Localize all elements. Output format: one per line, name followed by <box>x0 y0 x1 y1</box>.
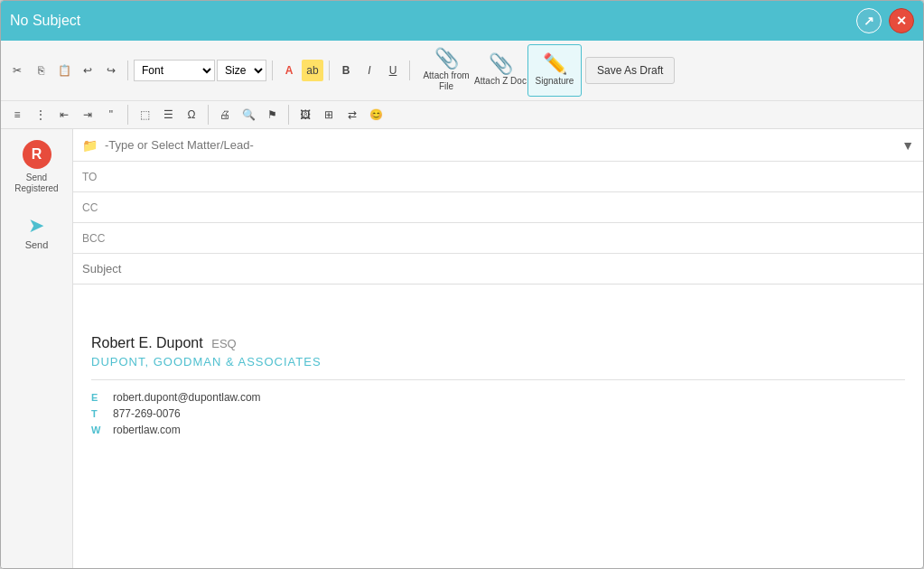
bold-button[interactable]: B <box>335 60 357 81</box>
send-registered-icon: R <box>23 140 51 169</box>
signature-block: Robert E. Dupont ESQ DUPONT, GOODMAN & A… <box>91 335 905 436</box>
save-draft-button[interactable]: Save As Draft <box>585 57 675 84</box>
unordered-list-button[interactable]: ≡ <box>6 104 28 126</box>
attach-file-icon: 📎 <box>434 49 459 69</box>
attach-doc-icon: 📎 <box>489 54 513 74</box>
ordered-list-button[interactable]: ⋮ <box>30 104 51 126</box>
window-title: No Subject <box>10 13 80 29</box>
window-controls: ↗ ✕ <box>856 8 914 33</box>
copy-button[interactable]: ⎘ <box>30 60 51 81</box>
matter-row: 📁 ▼ <box>73 129 923 162</box>
sig-email-value: robert.dupont@dupontlaw.com <box>113 391 261 404</box>
align-center-button[interactable]: ☰ <box>157 104 179 126</box>
sig-suffix: ESQ <box>211 337 236 350</box>
decrease-indent-button[interactable]: ⇤ <box>53 104 75 126</box>
sig-web-value: robertlaw.com <box>113 424 181 436</box>
sig-name: Robert E. Dupont <box>91 335 203 350</box>
cc-label: CC <box>82 201 114 214</box>
separator7 <box>288 105 289 125</box>
to-row: TO <box>73 162 923 192</box>
image-button[interactable]: 🖼 <box>294 104 316 126</box>
attach-file-label: Attach from File <box>420 70 472 92</box>
sig-phone-row: T 877-269-0076 <box>91 407 905 420</box>
sig-web-row: W robertlaw.com <box>91 424 905 436</box>
email-body[interactable]: Robert E. Dupont ESQ DUPONT, GOODMAN & A… <box>73 284 923 568</box>
sig-divider <box>91 379 905 380</box>
signature-button[interactable]: ✏️ Signature <box>527 44 582 97</box>
compose-body: R Send Registered ➤ Send 📁 ▼ TO <box>1 129 923 568</box>
print-button[interactable]: 🖨 <box>214 104 236 126</box>
underline-button[interactable]: U <box>382 60 404 81</box>
font-color-button[interactable]: A <box>278 60 300 81</box>
matter-dropdown-arrow[interactable]: ▼ <box>901 138 914 153</box>
sig-company: DUPONT, GOODMAN & ASSOCIATES <box>91 355 905 368</box>
align-left-button[interactable]: ⬚ <box>134 104 155 126</box>
size-select[interactable]: Size 8 10 12 14 16 <box>217 60 266 81</box>
search-button[interactable]: 🔍 <box>238 104 259 126</box>
attach-doc-label: Attach Z Doc <box>474 76 527 87</box>
separator4 <box>409 61 410 80</box>
separator3 <box>329 61 330 80</box>
send-label: Send <box>25 239 49 250</box>
undo-button[interactable]: ↩ <box>77 60 98 81</box>
subject-row <box>73 254 923 284</box>
text-dir-button[interactable]: ⇄ <box>341 104 363 126</box>
separator2 <box>272 61 273 80</box>
sig-phone-value: 877-269-0076 <box>113 407 181 420</box>
paste-button[interactable]: 📋 <box>53 60 75 81</box>
fields-area: 📁 ▼ TO CC BCC <box>73 129 923 568</box>
table-button[interactable]: ⊞ <box>318 104 340 126</box>
font-select[interactable]: Font Arial Times New Roman <box>134 60 215 81</box>
separator5 <box>127 105 128 125</box>
blockquote-button[interactable]: " <box>100 104 122 126</box>
cc-row: CC <box>73 192 923 223</box>
special-char-button[interactable]: Ω <box>181 104 202 126</box>
sig-email-label: E <box>91 392 106 403</box>
separator6 <box>208 105 209 125</box>
save-draft-label: Save As Draft <box>597 64 663 77</box>
italic-button[interactable]: I <box>359 60 380 81</box>
send-button[interactable]: ➤ Send <box>20 209 54 256</box>
matter-icon: 📁 <box>82 138 98 153</box>
sig-name-line: Robert E. Dupont ESQ <box>91 335 905 351</box>
flag-button[interactable]: ⚑ <box>261 104 283 126</box>
subject-input[interactable] <box>82 262 914 275</box>
highlight-button[interactable]: ab <box>302 60 323 81</box>
bcc-row: BCC <box>73 223 923 254</box>
redo-button[interactable]: ↪ <box>100 60 122 81</box>
toolbar-row2: ≡ ⋮ ⇤ ⇥ " ⬚ ☰ Ω 🖨 🔍 ⚑ 🖼 ⊞ ⇄ 😊 <box>1 101 923 128</box>
to-input[interactable] <box>114 170 914 183</box>
close-button[interactable]: ✕ <box>889 8 914 33</box>
left-actions: R Send Registered ➤ Send <box>1 129 73 568</box>
separator1 <box>127 61 128 80</box>
title-bar: No Subject ↗ ✕ <box>1 1 923 41</box>
send-icon: ➤ <box>28 214 44 238</box>
attach-file-button[interactable]: 📎 Attach from File <box>419 44 473 97</box>
bcc-label: BCC <box>82 232 114 245</box>
attach-doc-button[interactable]: 📎 Attach Z Doc <box>473 44 527 97</box>
send-registered-label: Send Registered <box>6 173 67 194</box>
toolbar-row1: ✂ ⎘ 📋 ↩ ↪ Font Arial Times New Roman Siz… <box>1 41 923 101</box>
sig-web-label: W <box>91 424 106 435</box>
to-label: TO <box>82 171 114 183</box>
expand-button[interactable]: ↗ <box>856 8 882 33</box>
cut-button[interactable]: ✂ <box>6 60 28 81</box>
sig-email-row: E robert.dupont@dupontlaw.com <box>91 391 905 404</box>
signature-icon: ✏️ <box>543 54 567 74</box>
compose-window: No Subject ↗ ✕ ✂ ⎘ 📋 ↩ ↪ Font Arial Time… <box>0 0 924 569</box>
sig-phone-label: T <box>91 408 106 419</box>
bcc-input[interactable] <box>114 231 914 245</box>
matter-input[interactable] <box>105 138 901 152</box>
cc-input[interactable] <box>114 201 914 214</box>
send-registered-button[interactable]: R Send Registered <box>1 135 72 200</box>
increase-indent-button[interactable]: ⇥ <box>77 104 98 126</box>
toolbar-area: ✂ ⎘ 📋 ↩ ↪ Font Arial Times New Roman Siz… <box>1 41 923 129</box>
signature-label: Signature <box>536 76 574 87</box>
emoji-button[interactable]: 😊 <box>365 104 387 126</box>
